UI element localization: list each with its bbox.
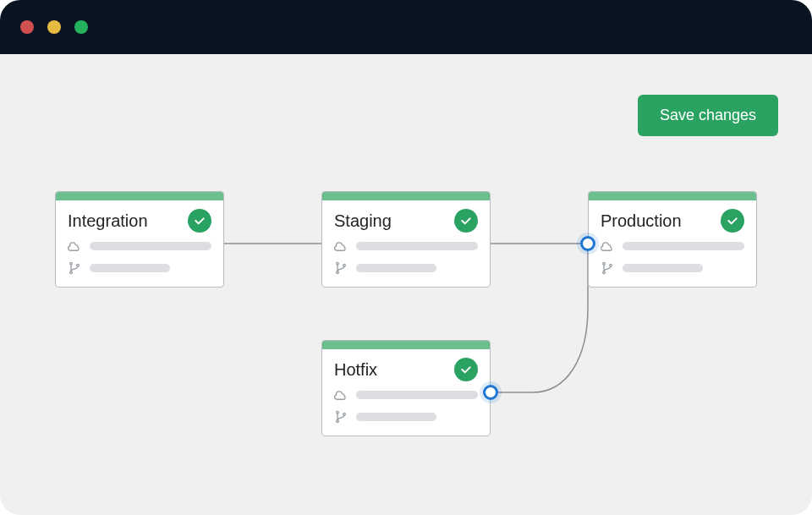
placeholder-bar <box>623 242 744 250</box>
node-resource-row <box>68 239 211 253</box>
status-check-icon <box>454 209 478 233</box>
close-window-dot[interactable] <box>20 20 34 34</box>
connection-port-hotfix-out[interactable] <box>483 385 498 400</box>
svg-point-3 <box>337 262 339 265</box>
node-accent-bar <box>322 192 490 200</box>
svg-point-6 <box>603 262 606 265</box>
placeholder-bar <box>356 242 478 250</box>
placeholder-bar <box>623 264 703 272</box>
placeholder-bar <box>356 413 436 421</box>
node-accent-bar <box>589 192 756 200</box>
pipeline-node-production[interactable]: Production <box>588 191 757 288</box>
node-accent-bar <box>56 192 223 200</box>
save-changes-button[interactable]: Save changes <box>638 95 778 136</box>
pipeline-node-hotfix[interactable]: Hotfix <box>321 340 491 436</box>
svg-point-8 <box>610 264 612 266</box>
git-branch-icon <box>334 410 348 424</box>
minimize-window-dot[interactable] <box>47 20 61 34</box>
git-branch-icon <box>68 261 81 275</box>
node-branch-row <box>601 261 744 275</box>
svg-point-0 <box>70 262 73 265</box>
placeholder-bar <box>90 242 211 250</box>
svg-point-1 <box>70 271 73 274</box>
svg-point-7 <box>603 271 606 274</box>
git-branch-icon <box>601 261 614 275</box>
node-resource-row <box>334 239 478 253</box>
node-resource-row <box>334 388 478 402</box>
window-titlebar <box>0 0 812 54</box>
placeholder-bar <box>356 264 436 272</box>
connection-port-production-in[interactable] <box>580 236 595 251</box>
cloud-icon <box>334 388 348 402</box>
status-check-icon <box>188 209 211 233</box>
node-accent-bar <box>322 341 490 349</box>
node-branch-row <box>334 261 478 275</box>
cloud-icon <box>601 239 614 253</box>
svg-point-5 <box>343 264 346 266</box>
git-branch-icon <box>334 261 348 275</box>
svg-point-4 <box>337 271 339 274</box>
node-title: Integration <box>68 211 148 231</box>
pipeline-canvas[interactable]: Save changes Integration <box>0 54 812 515</box>
status-check-icon <box>721 209 744 233</box>
cloud-icon <box>68 239 81 253</box>
cloud-icon <box>334 239 348 253</box>
pipeline-node-integration[interactable]: Integration <box>55 191 224 288</box>
node-resource-row <box>601 239 744 253</box>
maximize-window-dot[interactable] <box>74 20 88 34</box>
placeholder-bar <box>356 391 478 399</box>
node-branch-row <box>68 261 211 275</box>
node-title: Production <box>601 211 682 231</box>
app-window: Save changes Integration <box>0 0 812 515</box>
node-title: Staging <box>334 211 392 231</box>
node-title: Hotfix <box>334 360 377 380</box>
node-branch-row <box>334 410 478 424</box>
svg-point-2 <box>77 264 80 266</box>
svg-point-9 <box>337 411 339 414</box>
pipeline-node-staging[interactable]: Staging <box>321 191 491 288</box>
svg-point-11 <box>343 413 346 415</box>
status-check-icon <box>454 358 478 381</box>
svg-point-10 <box>337 420 339 423</box>
placeholder-bar <box>90 264 170 272</box>
